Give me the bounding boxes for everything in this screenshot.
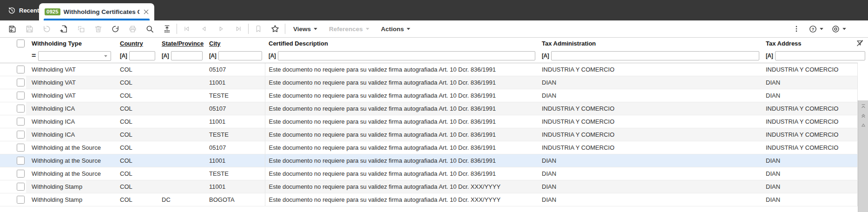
row-checkbox[interactable] xyxy=(17,144,25,152)
cell-country: COL xyxy=(116,193,158,206)
add-record-icon[interactable] xyxy=(59,24,68,33)
cell-country: COL xyxy=(116,76,158,89)
cell-state-province: DC xyxy=(158,193,205,206)
cell-tax-administration: INDUSTRIA Y COMERCIO xyxy=(538,102,762,115)
grid-filter-row: = [A] [A] [A xyxy=(0,49,857,63)
row-checkbox[interactable] xyxy=(17,157,25,165)
cell-tax-administration: DIAN xyxy=(538,76,762,89)
state-province-filter-input[interactable] xyxy=(171,51,203,60)
cell-state-province xyxy=(158,167,205,180)
cell-withholding-type: Withholding ICA xyxy=(26,102,116,115)
withholding-type-filter-select[interactable] xyxy=(38,51,111,61)
column-header-city[interactable]: City xyxy=(209,40,221,47)
table-row[interactable]: Withholding at the Source COL 05107 Este… xyxy=(0,141,857,154)
select-all-checkbox[interactable] xyxy=(17,40,25,47)
table-row[interactable]: Withholding VAT COL 05107 Este documento… xyxy=(0,63,857,76)
chevron-down-icon xyxy=(819,26,824,31)
recent-button[interactable]: Recent xyxy=(8,0,39,20)
table-row[interactable]: Withholding VAT COL TESTE Este documento… xyxy=(0,89,857,102)
table-row[interactable]: Withholding at the Source COL 11001 Este… xyxy=(0,154,857,167)
cell-certified-description: Este documento no requiere para su valid… xyxy=(265,128,538,141)
cell-withholding-type: Withholding ICA xyxy=(26,115,116,128)
grid-body: Withholding VAT COL 05107 Este documento… xyxy=(0,63,857,206)
row-checkbox[interactable] xyxy=(17,196,25,204)
certified-description-filter-match-button[interactable]: [A] xyxy=(269,53,276,59)
kebab-menu-icon[interactable] xyxy=(792,24,801,33)
cell-tax-address: DIAN xyxy=(762,154,857,167)
cell-tax-address: DIAN xyxy=(762,180,857,193)
nav-last-icon xyxy=(234,24,243,33)
row-up-icon[interactable] xyxy=(860,122,867,128)
state-province-filter-match-button[interactable]: [A] xyxy=(162,53,169,59)
toolbar-divider xyxy=(285,24,285,34)
row-checkbox[interactable] xyxy=(17,170,25,178)
scroll-to-top-icon[interactable] xyxy=(860,103,867,110)
row-checkbox[interactable] xyxy=(17,105,25,113)
cell-country: COL xyxy=(116,167,158,180)
table-row[interactable]: Withholding VAT COL 11001 Este documento… xyxy=(0,76,857,89)
row-checkbox[interactable] xyxy=(17,66,25,73)
cell-withholding-type: Withholding at the Source xyxy=(26,141,116,154)
cell-city: TESTE xyxy=(205,128,265,141)
table-row[interactable]: Withholding Stamp COL 11001 Este documen… xyxy=(0,180,857,193)
table-row[interactable]: Withholding ICA COL TESTE Este documento… xyxy=(0,128,857,141)
city-filter-input[interactable] xyxy=(218,51,262,60)
table-row[interactable]: Withholding ICA COL 11001 Este documento… xyxy=(0,115,857,128)
help-icon: ? xyxy=(809,25,817,33)
tab-withholding-certificates[interactable]: 0925 Withholding Certificates Con... xyxy=(39,3,154,20)
country-filter-input[interactable] xyxy=(129,51,155,60)
history-icon xyxy=(8,7,16,14)
favorite-star-icon[interactable] xyxy=(270,24,280,33)
tab-close-icon[interactable] xyxy=(143,8,150,16)
certified-description-filter-input[interactable] xyxy=(278,51,535,60)
country-filter-match-button[interactable]: [A] xyxy=(120,53,127,59)
page-up-icon[interactable] xyxy=(860,113,867,119)
refresh-icon[interactable] xyxy=(111,24,120,33)
cell-tax-administration: INDUSTRIA Y COMERCIO xyxy=(538,115,762,128)
tax-address-filter-match-button[interactable]: [A] xyxy=(766,53,773,59)
city-filter-match-button[interactable]: [A] xyxy=(209,53,216,59)
cell-certified-description: Este documento no requiere para su valid… xyxy=(265,115,538,128)
nav-next-icon xyxy=(217,24,226,33)
toolbar-divider xyxy=(177,24,177,34)
tax-administration-filter-input[interactable] xyxy=(551,51,759,60)
row-checkbox[interactable] xyxy=(17,183,25,191)
table-row[interactable]: Withholding at the Source COL TESTE Este… xyxy=(0,167,857,180)
table-row[interactable]: Withholding ICA COL 05107 Este documento… xyxy=(0,102,857,115)
tax-address-filter-input[interactable] xyxy=(775,51,865,60)
svg-text:?: ? xyxy=(812,26,815,31)
cell-tax-address: INDUSTRIA Y COMERCIO xyxy=(762,128,857,141)
filter-dismiss-icon[interactable] xyxy=(855,39,864,47)
column-header-state-province[interactable]: State/Province xyxy=(162,40,204,47)
row-checkbox[interactable] xyxy=(17,131,25,139)
tab-program-badge: 0925 xyxy=(45,8,60,16)
help-menu[interactable]: ? xyxy=(809,25,824,33)
cell-withholding-type: Withholding ICA xyxy=(26,128,116,141)
grid-scrollbar[interactable] xyxy=(858,100,868,212)
table-row[interactable]: Withholding Stamp COL DC BOGOTA Este doc… xyxy=(0,193,857,206)
cell-certified-description: Este documento no requiere para su valid… xyxy=(265,76,538,89)
tax-administration-filter-match-button[interactable]: [A] xyxy=(542,53,549,59)
cell-withholding-type: Withholding VAT xyxy=(26,89,116,102)
actions-menu[interactable]: Actions xyxy=(381,26,411,33)
row-checkbox[interactable] xyxy=(17,79,25,86)
row-checkbox[interactable] xyxy=(17,118,25,126)
filter-operator-equals[interactable]: = xyxy=(32,52,36,60)
cell-tax-administration: DIAN xyxy=(538,154,762,167)
column-header-country[interactable]: Country xyxy=(120,40,143,47)
save-icon xyxy=(25,24,34,33)
cell-withholding-type: Withholding Stamp xyxy=(26,193,116,206)
toolbar: Views References Actions ? xyxy=(0,20,868,38)
settings-menu[interactable] xyxy=(831,25,847,33)
copy-icon xyxy=(76,24,85,33)
search-icon[interactable] xyxy=(145,24,154,33)
save-alt-icon[interactable] xyxy=(7,24,17,33)
cell-state-province xyxy=(158,128,205,141)
column-header-certified-description: Certified Description xyxy=(269,40,328,47)
cell-country: COL xyxy=(116,63,158,76)
views-menu[interactable]: Views xyxy=(293,26,318,33)
row-checkbox[interactable] xyxy=(17,92,25,99)
export-grid-icon[interactable] xyxy=(162,24,171,33)
cell-city: 11001 xyxy=(205,76,265,89)
chevron-down-icon xyxy=(842,26,847,31)
